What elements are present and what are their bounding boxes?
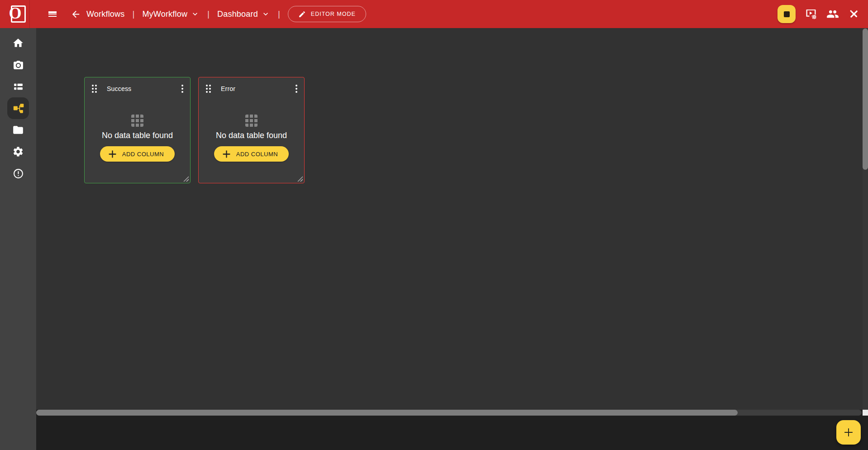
widget-card-success: Success No data table found ADD COLUMN (84, 77, 191, 183)
empty-state-text: No data table found (216, 131, 287, 140)
video-settings-icon[interactable] (805, 8, 817, 20)
horizontal-scrollbar-track[interactable] (36, 410, 862, 416)
group-icon[interactable] (826, 8, 839, 20)
add-column-button[interactable]: ADD COLUMN (100, 146, 175, 162)
logo-square: O (11, 5, 26, 23)
card-title: Error (221, 85, 235, 92)
plus-icon (222, 149, 231, 159)
construction-icon[interactable] (848, 8, 860, 20)
camera-icon (13, 59, 24, 71)
workflow-selector[interactable]: MyWorkflow (142, 10, 200, 19)
card-header: Error (199, 77, 304, 94)
plus-icon (843, 426, 854, 438)
app-logo[interactable]: O (0, 0, 36, 28)
dashboard-canvas: Success No data table found ADD COLUMN (36, 28, 863, 410)
topbar-right-actions (777, 0, 860, 28)
app-root: O Workflows | MyWorkflow | Dashboard | (0, 0, 868, 450)
chevron-down-icon (261, 10, 270, 19)
card-title: Success (107, 85, 131, 92)
card-empty-state: No data table found ADD COLUMN (85, 115, 190, 162)
top-bar: O Workflows | MyWorkflow | Dashboard | (0, 0, 868, 28)
scrollbar-corner (863, 410, 868, 416)
view-selector[interactable]: Dashboard (217, 10, 270, 19)
sidebar-item-home[interactable] (7, 32, 29, 54)
drag-handle-icon[interactable] (205, 84, 212, 94)
vertical-scrollbar-thumb[interactable] (863, 29, 868, 170)
chevron-down-icon (191, 10, 200, 19)
menu-icon[interactable] (47, 9, 58, 19)
resize-handle[interactable] (183, 176, 189, 182)
more-options-icon[interactable] (293, 83, 300, 94)
add-widget-fab[interactable] (836, 420, 861, 445)
sidebar-item-files[interactable] (7, 119, 29, 141)
table-grid-icon (245, 115, 258, 127)
widget-card-error: Error No data table found ADD COLUMN (198, 77, 305, 183)
drag-handle-icon[interactable] (91, 84, 98, 94)
card-header: Success (85, 77, 190, 94)
editor-mode-button[interactable]: EDITOR MODE (288, 6, 366, 22)
plus-icon (108, 149, 117, 159)
sidebar-item-camera[interactable] (7, 54, 29, 76)
home-icon (12, 37, 24, 49)
topbar-separator: | (132, 9, 134, 19)
resize-handle[interactable] (297, 176, 303, 182)
more-options-icon[interactable] (179, 83, 186, 94)
add-column-label: ADD COLUMN (236, 151, 278, 158)
settings-gear-icon (12, 146, 24, 158)
card-empty-state: No data table found ADD COLUMN (199, 115, 304, 162)
back-arrow-icon[interactable] (71, 9, 81, 19)
folder-icon (12, 124, 24, 136)
breadcrumb-workflows[interactable]: Workflows (86, 10, 124, 19)
view-selector-label: Dashboard (217, 10, 258, 19)
error-outline-icon (13, 168, 24, 179)
add-column-button[interactable]: ADD COLUMN (214, 146, 289, 162)
sidebar-item-workflows[interactable] (7, 97, 29, 119)
empty-state-text: No data table found (102, 131, 173, 140)
stop-icon (784, 11, 790, 17)
logo-letter: O (9, 4, 22, 23)
add-column-label: ADD COLUMN (122, 151, 164, 158)
sidebar-item-data[interactable] (7, 76, 29, 97)
sidebar-item-settings[interactable] (7, 141, 29, 163)
editor-mode-label: EDITOR MODE (311, 11, 356, 17)
dns-list-icon (13, 81, 24, 92)
pencil-icon (298, 10, 306, 18)
workflow-schema-icon (12, 102, 24, 115)
workflow-selector-label: MyWorkflow (142, 10, 187, 19)
vertical-scrollbar-track[interactable] (863, 28, 868, 410)
horizontal-scrollbar-thumb[interactable] (36, 410, 738, 416)
stop-button[interactable] (777, 5, 796, 23)
sidebar-item-alerts[interactable] (7, 163, 29, 184)
sidebar (0, 28, 36, 450)
topbar-separator: | (278, 9, 280, 19)
bottom-panel (36, 416, 868, 450)
table-grid-icon (131, 115, 143, 127)
topbar-separator: | (207, 9, 210, 19)
